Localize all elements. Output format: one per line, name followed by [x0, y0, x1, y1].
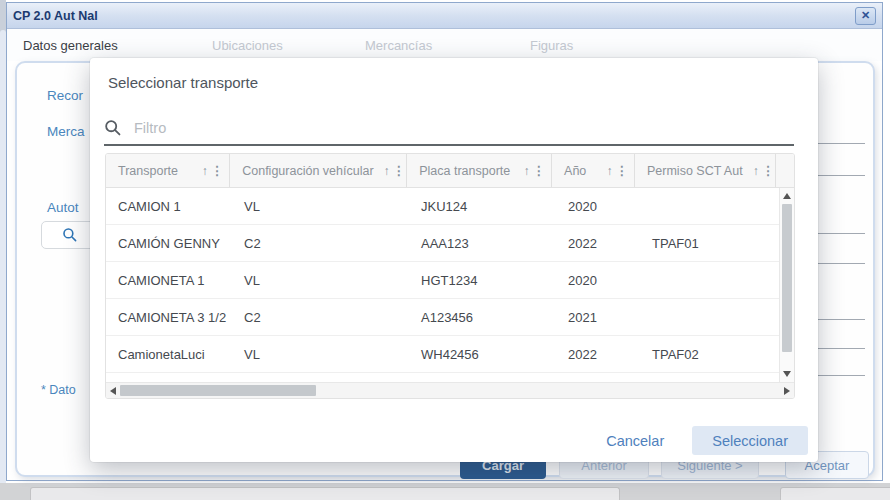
- table-cell: TPAF01: [640, 236, 779, 251]
- table-cell: 2022: [556, 347, 640, 362]
- required-fields-note: * Dato: [41, 383, 76, 397]
- tab-bar: Datos generalesUbicacionesMercancíasFigu…: [7, 29, 882, 61]
- table-cell: AAA123: [409, 236, 556, 251]
- table-cell: A123456: [409, 310, 556, 325]
- form-section-label: Recor: [47, 88, 83, 103]
- table-header-row: Transporte↑⋮Configuración vehícular↑⋮Pla…: [106, 154, 794, 188]
- table-row[interactable]: CAMION 1VLJKU1242020: [106, 188, 779, 225]
- scroll-right-icon[interactable]: [784, 387, 790, 395]
- table-cell: HGT1234: [409, 273, 556, 288]
- search-icon: [62, 227, 78, 243]
- close-button[interactable]: ✕: [855, 7, 876, 25]
- transport-table: Transporte↑⋮Configuración vehícular↑⋮Pla…: [105, 153, 795, 399]
- close-icon: ✕: [861, 9, 870, 22]
- scroll-left-icon[interactable]: [110, 387, 116, 395]
- sort-asc-icon[interactable]: ↑: [753, 164, 759, 178]
- table-cell: CamionetaLuci: [106, 347, 232, 362]
- tab-datos-generales[interactable]: Datos generales: [23, 38, 118, 53]
- titlebar: CP 2.0 Aut Nal ✕: [7, 3, 882, 29]
- screen: CP 2.0 Aut Nal ✕ Datos generalesUbicacio…: [0, 0, 890, 500]
- table-row[interactable]: CamionetaLuciVLWH424562022TPAF02: [106, 336, 779, 373]
- column-header-placa-transporte[interactable]: Placa transporte↑⋮: [407, 154, 552, 187]
- table-cell: CAMION 1: [106, 199, 232, 214]
- column-header-label: Placa transporte: [419, 164, 520, 178]
- table-cell: CAMIONETA 3 1/2: [106, 310, 232, 325]
- horizontal-scrollbar[interactable]: [106, 382, 794, 398]
- column-menu-icon[interactable]: ⋮: [393, 163, 406, 178]
- scroll-up-icon[interactable]: [783, 193, 791, 199]
- sort-asc-icon[interactable]: ↑: [524, 164, 530, 178]
- tab-figuras[interactable]: Figuras: [530, 38, 573, 53]
- cancel-button[interactable]: Cancelar: [606, 433, 664, 449]
- select-transport-dialog: Seleccionar transporte Transporte↑⋮Confi…: [90, 58, 818, 462]
- table-cell: VL: [232, 199, 409, 214]
- table-cell: 2020: [556, 199, 640, 214]
- table-row[interactable]: CAMIÓN GENNYC2AAA1232022TPAF01: [106, 225, 779, 262]
- table-cell: VL: [232, 273, 409, 288]
- sort-asc-icon[interactable]: ↑: [607, 164, 613, 178]
- table-cell: TPAF02: [640, 347, 779, 362]
- table-row[interactable]: fedex2222VLaaa4232024: [106, 373, 779, 382]
- sort-asc-icon[interactable]: ↑: [384, 164, 390, 178]
- column-header-label: Permiso SCT Aut: [647, 164, 753, 178]
- table-row[interactable]: CAMIONETA 3 1/2C2A1234562021: [106, 299, 779, 336]
- tab-ubicaciones[interactable]: Ubicaciones: [212, 38, 283, 53]
- window-title: CP 2.0 Aut Nal: [13, 9, 98, 23]
- column-header-transporte[interactable]: Transporte↑⋮: [106, 154, 230, 187]
- table-cell: 2021: [556, 310, 640, 325]
- dialog-title: Seleccionar transporte: [108, 74, 258, 91]
- table-cell: JKU124: [409, 199, 556, 214]
- column-header-permiso-sct-aut[interactable]: Permiso SCT Aut↑⋮: [635, 154, 776, 187]
- table-cell: VL: [232, 347, 409, 362]
- column-menu-icon[interactable]: ⋮: [211, 163, 224, 178]
- column-header-label: Configuración vehícular: [242, 164, 383, 178]
- vertical-scrollbar-thumb[interactable]: [782, 204, 792, 352]
- table-cell: CAMIÓN GENNY: [106, 236, 232, 251]
- background-window-edge: [30, 487, 620, 500]
- tab-mercanc-as[interactable]: Mercancías: [365, 38, 432, 53]
- vertical-scrollbar[interactable]: [779, 188, 794, 382]
- table-cell: C2: [232, 236, 409, 251]
- table-body: CAMION 1VLJKU1242020CAMIÓN GENNYC2AAA123…: [106, 188, 779, 382]
- sort-asc-icon[interactable]: ↑: [202, 164, 208, 178]
- column-header-a-o[interactable]: Año↑⋮: [552, 154, 635, 187]
- filter-input[interactable]: [132, 119, 794, 137]
- column-header-label: Año: [564, 164, 596, 178]
- table-cell: 2022: [556, 236, 640, 251]
- column-header-configuraci-n-veh-cular[interactable]: Configuración vehícular↑⋮: [230, 154, 407, 187]
- column-header-label: Transporte: [118, 164, 188, 178]
- table-cell: WH42456: [409, 347, 556, 362]
- column-menu-icon[interactable]: ⋮: [533, 163, 546, 178]
- dialog-footer: Cancelar Seleccionar: [606, 426, 808, 455]
- table-cell: 2020: [556, 273, 640, 288]
- table-cell: C2: [232, 310, 409, 325]
- form-section-label: Autot: [47, 200, 79, 215]
- column-menu-icon[interactable]: ⋮: [762, 163, 775, 178]
- column-menu-icon[interactable]: ⋮: [616, 163, 629, 178]
- table-cell: CAMIONETA 1: [106, 273, 232, 288]
- select-button[interactable]: Seleccionar: [692, 426, 808, 455]
- column-header-filler: [776, 154, 794, 187]
- filter-field: [104, 112, 794, 146]
- search-icon: [104, 119, 122, 137]
- scroll-down-icon[interactable]: [783, 371, 791, 377]
- form-section-label: Merca: [47, 124, 85, 139]
- horizontal-scrollbar-thumb[interactable]: [120, 385, 316, 396]
- background-window-edge: [780, 487, 890, 500]
- table-row[interactable]: CAMIONETA 1VLHGT12342020: [106, 262, 779, 299]
